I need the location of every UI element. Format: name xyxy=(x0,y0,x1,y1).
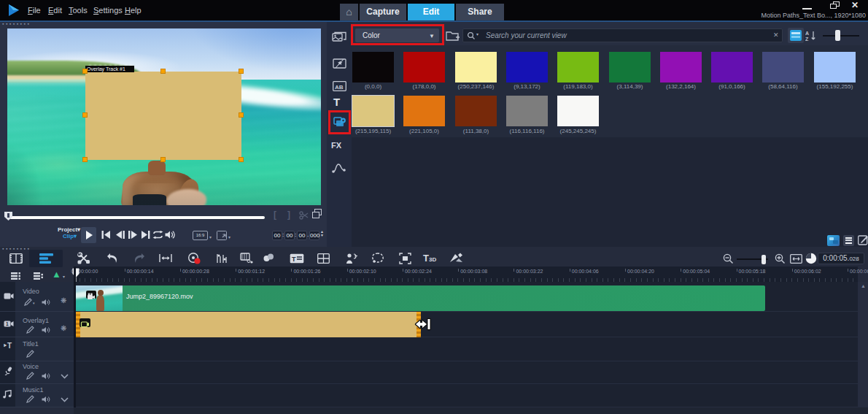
svg-text:AB: AB xyxy=(335,84,344,91)
svg-text:A: A xyxy=(805,31,809,36)
svg-text:Z: Z xyxy=(805,37,809,42)
svg-text:T: T xyxy=(292,256,296,263)
svg-text:1: 1 xyxy=(6,321,9,326)
